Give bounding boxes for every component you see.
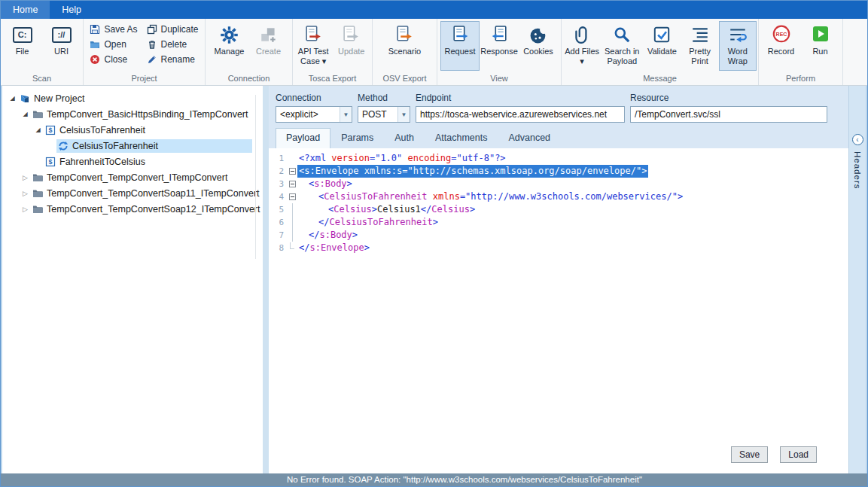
tree-item[interactable]: ◢TempConvert_BasicHttpsBinding_ITempConv…: [2, 106, 263, 122]
project-tree-panel: ◢New Project◢TempConvert_BasicHttpsBindi…: [2, 86, 269, 475]
run-button[interactable]: Run: [801, 21, 840, 71]
tab-home[interactable]: Home: [1, 1, 50, 19]
scenario-button[interactable]: Scenario: [383, 21, 427, 71]
headers-panel-label[interactable]: Headers: [853, 151, 862, 189]
uri-scan-button[interactable]: :// URI: [42, 21, 81, 71]
response-icon: [488, 23, 510, 46]
svg-text:$: $: [48, 126, 52, 134]
tree-item-label: TempConvert_TempConvertSoap11_ITempConve…: [47, 188, 260, 199]
code-line[interactable]: 8</s:Envelope>: [269, 242, 848, 254]
tree-expander-icon[interactable]: ▷: [20, 205, 31, 213]
pretty-print-icon: [689, 23, 711, 46]
resource-input[interactable]: [630, 106, 827, 123]
duplicate-icon: [147, 24, 157, 35]
file-scan-button[interactable]: C: File: [3, 21, 42, 71]
connection-select[interactable]: <explicit> ▼: [276, 106, 352, 123]
method-select[interactable]: POST ▼: [358, 106, 410, 123]
code-line[interactable]: 7</s:Body>: [269, 229, 848, 242]
group-label-project: Project: [84, 73, 205, 85]
tree-item[interactable]: CelsiusToFahrenheit: [2, 138, 263, 154]
code-line[interactable]: 4<CelsiusToFahrenheit xmlns="http://www.…: [269, 190, 848, 203]
code-text: </s:Body>: [297, 229, 359, 242]
update-button[interactable]: Update: [333, 21, 371, 71]
open-folder-icon: [90, 39, 100, 50]
open-button[interactable]: Open: [90, 38, 137, 50]
tree-item[interactable]: ◢New Project: [2, 90, 263, 106]
create-icon: [257, 23, 280, 46]
tab-advanced[interactable]: Advanced: [498, 128, 561, 148]
search-icon: [611, 23, 633, 46]
ribbon-group-project: Save As Open Close Duplicate: [84, 19, 206, 85]
ribbon-group-osv-export: Scenario OSV Export: [373, 19, 437, 85]
code-text: <s:Envelope xmlns:s="http://schemas.xmls…: [297, 165, 648, 178]
gear-icon: [218, 23, 241, 46]
tab-help[interactable]: Help: [50, 1, 93, 19]
delete-button[interactable]: Delete: [147, 38, 199, 50]
save-button[interactable]: Save: [731, 446, 768, 463]
payload-editor[interactable]: 1<?xml version="1.0" encoding="utf-8"?>2…: [269, 148, 848, 475]
tab-payload[interactable]: Payload: [276, 128, 330, 148]
request-panel: Connection <explicit> ▼ Method POST ▼: [269, 86, 848, 475]
tree-expander-icon[interactable]: ◢: [32, 126, 44, 133]
duplicate-button[interactable]: Duplicate: [147, 23, 199, 35]
code-line[interactable]: 6</CelsiusToFahrenheit>: [269, 216, 848, 229]
tree-item[interactable]: $FahrenheitToCelsius: [2, 154, 263, 169]
code-line[interactable]: 3<s:Body>: [269, 178, 848, 190]
tab-auth[interactable]: Auth: [384, 128, 425, 148]
line-number: 7: [269, 229, 287, 242]
tree-item[interactable]: ▷TempConvert_TempConvert_ITempConvert: [2, 169, 263, 185]
tree-item[interactable]: ◢$CelsiusToFahrenheit: [2, 122, 263, 138]
tree-item[interactable]: ▷TempConvert_TempConvertSoap11_ITempConv…: [2, 185, 263, 201]
api-test-case-button[interactable]: API Test Case ▾: [294, 21, 333, 71]
expand-headers-icon[interactable]: ‹: [852, 134, 863, 145]
svg-text:$: $: [48, 158, 52, 166]
word-wrap-button[interactable]: Word Wrap: [719, 21, 757, 71]
close-button[interactable]: Close: [90, 53, 137, 65]
fold-collapse-icon[interactable]: [287, 178, 297, 190]
fold-gutter: [287, 152, 297, 165]
pretty-print-button[interactable]: Pretty Print: [681, 21, 719, 71]
search-in-payload-button[interactable]: Search in Payload: [601, 21, 643, 71]
ribbon-filler: [843, 19, 867, 85]
request-icon: [58, 141, 69, 151]
response-view-button[interactable]: Response: [480, 21, 519, 71]
file-scan-icon: C:: [11, 23, 34, 46]
manage-connection-button[interactable]: Manage: [210, 21, 249, 71]
line-number: 8: [269, 242, 287, 254]
tree-item-label: CelsiusToFahrenheit: [72, 141, 158, 151]
endpoint-input[interactable]: [416, 106, 625, 123]
code-line[interactable]: 1<?xml version="1.0" encoding="utf-8"?>: [269, 152, 848, 165]
connection-label: Connection: [276, 92, 352, 106]
fold-gutter: [287, 242, 297, 254]
ribbon-group-connection: Manage Create Connection: [206, 19, 293, 85]
create-connection-button[interactable]: Create: [249, 21, 288, 71]
request-view-button[interactable]: Request: [440, 21, 480, 71]
tab-attachments[interactable]: Attachments: [425, 128, 498, 148]
close-icon: [90, 54, 100, 65]
code-line[interactable]: 2<s:Envelope xmlns:s="http://schemas.xml…: [269, 165, 848, 178]
load-button[interactable]: Load: [780, 446, 817, 463]
tree-item[interactable]: ▷TempConvert_TempConvertSoap12_ITempConv…: [2, 201, 263, 217]
tab-params[interactable]: Params: [330, 128, 384, 148]
tree-scrollbar[interactable]: [255, 95, 256, 259]
tree-expander-icon[interactable]: ◢: [20, 111, 31, 117]
tree-expander-icon[interactable]: ▷: [20, 190, 31, 197]
group-label-scan: Scan: [1, 73, 83, 85]
save-as-button[interactable]: Save As: [90, 23, 137, 35]
uri-scan-icon: ://: [50, 23, 73, 46]
validate-button[interactable]: Validate: [643, 21, 681, 71]
code-text: </s:Envelope>: [297, 242, 371, 254]
word-wrap-icon: [726, 23, 749, 46]
tree-expander-icon[interactable]: ▷: [20, 174, 31, 181]
fold-collapse-icon[interactable]: [287, 165, 297, 178]
svg-text:REC: REC: [775, 32, 787, 37]
rename-button[interactable]: Rename: [147, 53, 199, 65]
record-button[interactable]: REC Record: [762, 21, 801, 71]
fold-collapse-icon[interactable]: [287, 190, 297, 203]
code-line[interactable]: 5<Celsius>Celsius1</Celsius>: [269, 203, 848, 216]
resource-label: Resource: [630, 92, 827, 106]
cookies-view-button[interactable]: Cookies: [519, 21, 558, 71]
tree-expander-icon[interactable]: ◢: [7, 95, 18, 102]
add-files-button[interactable]: Add Files ▾: [563, 21, 601, 71]
request-header: Connection <explicit> ▼ Method POST ▼: [269, 86, 848, 148]
